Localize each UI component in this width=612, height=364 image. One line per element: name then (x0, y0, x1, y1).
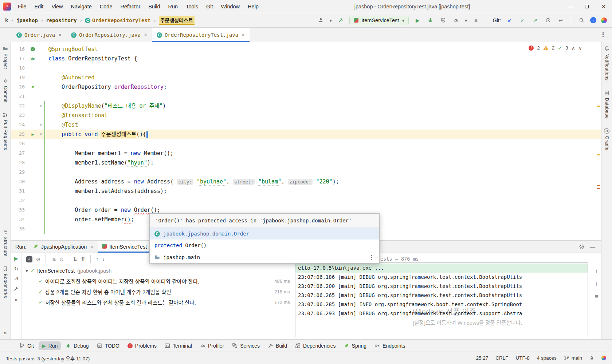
menu-item-code[interactable]: Code (96, 2, 117, 11)
editor-tab[interactable]: COrderRepository.java× (66, 28, 152, 42)
code-with-me-avatar-icon[interactable] (317, 16, 325, 24)
editor-line[interactable]: 31 member1.setAddress(address); (11, 186, 601, 196)
close-icon[interactable]: × (144, 32, 147, 38)
tool-stripe-notifications[interactable]: Notifications (604, 46, 609, 81)
git-update-button[interactable]: ↙ (506, 16, 514, 24)
toolwindow-button-problems[interactable]: !Problems (124, 341, 160, 350)
toolwindow-button-services[interactable]: Services (229, 341, 263, 350)
collapse-all-icon[interactable]: ⇈ (81, 257, 86, 262)
hide-panel-icon[interactable]: — (590, 244, 595, 249)
chevron-expanded-icon[interactable]: ▾ (26, 268, 28, 273)
line-number[interactable]: 29 (11, 167, 28, 177)
console-output[interactable]: etto-17.0.5\bin\java.exe ...23:07:06.186… (295, 262, 588, 337)
tool-stripe-bookmarks[interactable]: Bookmarks (3, 266, 8, 298)
line-number[interactable]: 20 (11, 82, 28, 92)
breadcrumb-item[interactable]: k (5, 17, 8, 23)
line-ending-widget[interactable]: CRLF (495, 355, 508, 361)
tool-stripe-database[interactable]: Database (604, 90, 609, 119)
close-icon[interactable]: × (90, 244, 93, 250)
search-everywhere-icon[interactable] (577, 16, 585, 24)
editor-line[interactable]: 27 Member member1 = new Member(); (11, 149, 601, 158)
test-root-row[interactable]: ▾ ✓ ItemServiceTest (jpabook.jpash (22, 265, 294, 276)
run-all-icon[interactable]: ≫ (28, 54, 38, 63)
menu-item-window[interactable]: Window (217, 2, 244, 11)
tab-options-kebab-icon[interactable]: ⋮ (594, 28, 612, 42)
scrollbar-error-mark[interactable] (597, 188, 600, 189)
sort-by-duration-icon[interactable]: ↓t (59, 257, 62, 261)
indent-widget[interactable]: 4 spaces (537, 355, 557, 361)
rollback-button[interactable]: ↩ (557, 16, 565, 24)
test-row[interactable]: ✓아이디로 조회한 상품의 아이디는 저장한 상품의 아이디와 같아야 한다.4… (22, 276, 294, 286)
menu-item-git[interactable]: Git (202, 2, 217, 11)
breadcrumb-item[interactable]: repository (46, 17, 76, 23)
run-button[interactable]: ▶ (413, 16, 421, 24)
sort-alphabetically-icon[interactable]: ↓a (51, 257, 56, 261)
plugin-status-icon[interactable] (601, 17, 607, 23)
ide-update-icon[interactable]: ↑ (590, 17, 596, 23)
test-pass-icon[interactable]: ✓ (28, 44, 38, 54)
git-commit-button[interactable]: ✓ (518, 16, 526, 24)
status-message[interactable]: Tests passed: 3 (yesterday 오후 11:07) (6, 355, 90, 362)
line-number[interactable]: 17 (11, 54, 28, 63)
breadcrumb-item[interactable]: 주문생성테스트 (159, 16, 195, 25)
expand-all-icon[interactable]: ⇊ (73, 257, 78, 262)
editor-line[interactable]: 23 @Transactional (11, 111, 601, 120)
line-number[interactable]: 25 (11, 130, 28, 139)
toolwindow-button-dependencies[interactable]: Dependencies (292, 341, 339, 350)
tool-stripe-pull-requests[interactable]: Pull Requests (3, 112, 8, 150)
editor-line[interactable]: 26 (11, 139, 601, 149)
wrench-icon[interactable] (13, 286, 19, 292)
line-number[interactable]: 16 (11, 44, 28, 54)
build-project-icon[interactable] (337, 16, 345, 24)
scrollbar-warning-mark[interactable] (597, 106, 600, 107)
close-icon[interactable]: × (242, 32, 245, 38)
line-number[interactable]: 19 (11, 73, 28, 82)
rerun-icon[interactable]: ▶ (14, 256, 18, 261)
editor-line[interactable]: 21 (11, 92, 601, 101)
run-configuration-selector[interactable]: ItemServiceTest ▾ (349, 16, 409, 25)
next-test-icon[interactable]: ↓ (102, 257, 105, 262)
popup-class-item[interactable]: C jpabook.jpashop.domain.Order (150, 228, 379, 240)
fold-marker[interactable]: ∨ (38, 120, 44, 130)
toolwindow-button-profiler[interactable]: Profiler (197, 341, 227, 350)
toolwindow-button-endpoints[interactable]: Endpoints (371, 341, 408, 350)
editor-tab[interactable]: COrderRepositoryTest.java× (152, 28, 250, 42)
caret-position-widget[interactable]: 25:27 (476, 355, 488, 361)
bean-icon[interactable] (28, 82, 38, 92)
menu-item-edit[interactable]: Edit (30, 2, 47, 11)
run-tab[interactable]: JpashopApplication× (29, 241, 98, 253)
line-number[interactable]: 34 (11, 215, 28, 224)
menu-item-run[interactable]: Run (164, 2, 182, 11)
scroll-down-icon[interactable]: ↓ (595, 280, 598, 286)
toolwindow-button-terminal[interactable]: Terminal (161, 341, 195, 350)
editor-line[interactable]: 24∨ @Test (11, 120, 601, 130)
editor-line[interactable]: 32 (11, 196, 601, 205)
close-button[interactable]: ✕ (595, 0, 612, 13)
line-number[interactable]: 21 (11, 92, 28, 101)
fold-marker[interactable]: ∨ (38, 101, 44, 111)
toolwindow-button-run[interactable]: ▶Run (39, 341, 61, 350)
git-push-button[interactable]: ↗ (531, 16, 539, 24)
more-tool-windows-icon[interactable]: » (4, 330, 7, 336)
toolwindow-button-spring[interactable]: Spring (341, 341, 370, 350)
run-tab[interactable]: ItemServiceTest (98, 241, 151, 253)
next-problem-icon[interactable]: ∨ (578, 46, 582, 51)
line-number[interactable]: 23 (11, 111, 28, 120)
menu-item-file[interactable]: File (14, 2, 30, 11)
profiler-dropdown-icon[interactable]: ▾ (464, 18, 467, 23)
menu-item-help[interactable]: Help (244, 2, 263, 11)
minimize-button[interactable]: — (562, 0, 578, 13)
line-number[interactable]: 27 (11, 149, 28, 158)
scroll-up-icon[interactable]: ↑ (595, 268, 598, 274)
popup-module-row[interactable]: jpashop.main ⋮ (150, 251, 379, 263)
coverage-button[interactable] (439, 16, 447, 24)
line-number[interactable]: 32 (11, 196, 28, 205)
editor-line[interactable]: 30 Address address = new Address( city: … (11, 177, 601, 186)
editor-line[interactable]: 18 (11, 63, 601, 73)
tool-stripe-project[interactable]: Project (3, 46, 8, 69)
avatar-dropdown-icon[interactable]: ▾ (329, 18, 332, 23)
history-button[interactable] (544, 16, 552, 24)
editor-line[interactable]: 25▶∨ public void 주문생성테스트(){ (11, 130, 601, 139)
menu-item-view[interactable]: View (47, 2, 67, 11)
line-number[interactable]: 26 (11, 139, 28, 149)
